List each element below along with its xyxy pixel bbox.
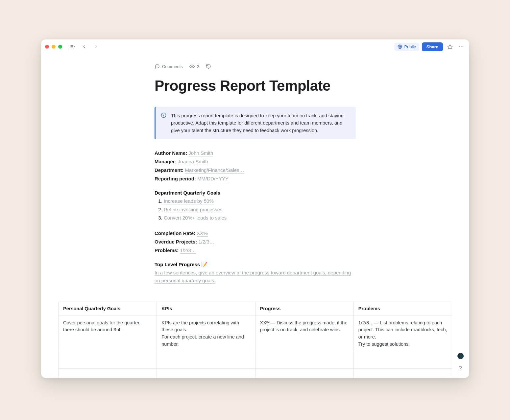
department-value: Marketing/Finance/Sales… — [185, 167, 244, 174]
cell-problems[interactable]: 1/2/3…— List problems relating to each p… — [353, 315, 452, 352]
th-goals[interactable]: Personal Quarterly Goals — [59, 302, 157, 315]
comment-icon — [155, 64, 160, 69]
problems-value: 1/2/3… — [180, 247, 196, 254]
completion-field[interactable]: Completion Rate: XX% Overdue Projects: 1… — [155, 229, 356, 254]
titlebar-left — [45, 42, 100, 51]
author-field[interactable]: Author Name: John Smith — [155, 149, 356, 157]
th-progress[interactable]: Progress — [255, 302, 353, 315]
info-icon — [161, 112, 166, 134]
public-label: Public — [404, 44, 416, 49]
table-row[interactable] — [59, 352, 452, 368]
goals-section[interactable]: Department Quarterly Goals Increase lead… — [155, 190, 356, 222]
svg-point-6 — [459, 46, 460, 47]
sidebar-toggle-button[interactable] — [68, 42, 77, 51]
department-field[interactable]: Department: Marketing/Finance/Sales… — [155, 166, 356, 174]
views-indicator[interactable]: 2 — [189, 64, 199, 69]
refresh-button[interactable] — [206, 64, 211, 69]
nav-back-button[interactable] — [80, 42, 88, 51]
overdue-value: 1/2/3… — [198, 239, 214, 245]
top-progress-placeholder: In a few sentences, give an overview of … — [155, 270, 351, 284]
cell-goals[interactable]: Cover personal goals for the quarter, th… — [59, 315, 157, 352]
window-controls — [45, 45, 62, 49]
globe-icon — [398, 44, 402, 49]
table-header-row: Personal Quarterly Goals KPIs Progress P… — [59, 302, 452, 315]
share-button[interactable]: Share — [422, 42, 443, 51]
world-clock-button[interactable]: 🌑 — [457, 352, 464, 360]
favorite-star-button[interactable] — [446, 42, 454, 51]
svg-point-9 — [191, 66, 193, 67]
top-progress-section[interactable]: Top Level Progress 📝 In a few sentences,… — [155, 262, 356, 285]
floating-actions: 🌑 ? — [457, 352, 464, 372]
svg-point-12 — [163, 114, 164, 114]
view-count: 2 — [197, 64, 199, 69]
period-value: MM/DD/YYYY — [197, 176, 229, 182]
manager-field[interactable]: Manager: Joanna Smith — [155, 158, 356, 166]
table-row[interactable] — [59, 368, 452, 378]
more-options-button[interactable] — [457, 42, 465, 51]
goal-item[interactable]: Convert 20%+ leads to sales — [164, 214, 356, 222]
goals-heading: Department Quarterly Goals — [155, 190, 356, 196]
progress-table-wrap: Personal Quarterly Goals KPIs Progress P… — [41, 302, 469, 378]
overdue-field[interactable]: Overdue Projects: 1/2/3… — [155, 238, 356, 246]
document-content: Comments 2 Progress Report Template This… — [41, 54, 469, 378]
cell-kpis[interactable]: KPIs are the projects correlating with t… — [157, 315, 255, 352]
svg-marker-5 — [448, 44, 452, 49]
titlebar-right: Public Share — [394, 42, 465, 51]
goal-item[interactable]: Increase leads by 50% — [164, 197, 356, 205]
comments-label: Comments — [162, 64, 183, 69]
nav-forward-button[interactable] — [92, 42, 100, 51]
th-kpis[interactable]: KPIs — [157, 302, 255, 315]
refresh-icon — [206, 64, 211, 69]
manager-value: Joanna Smith — [178, 159, 208, 165]
goal-item[interactable]: Refine invoicing processes — [164, 205, 356, 214]
minimize-window-button[interactable] — [52, 45, 56, 49]
table-row[interactable]: Cover personal goals for the quarter, th… — [59, 315, 452, 352]
close-window-button[interactable] — [45, 45, 49, 49]
help-button[interactable]: ? — [457, 365, 464, 372]
top-progress-heading: Top Level Progress 📝 — [155, 262, 356, 268]
reporting-period-field[interactable]: Reporting period: MM/DD/YYYY — [155, 175, 356, 183]
completion-value: XX% — [197, 230, 207, 237]
svg-point-8 — [462, 46, 463, 47]
cell-progress[interactable]: XX%— Discuss the progress made, if the p… — [255, 315, 353, 352]
document-window: Public Share Comments 2 — [41, 39, 469, 378]
document-body: Comments 2 Progress Report Template This… — [155, 64, 356, 285]
goals-list: Increase leads by 50% Refine invoicing p… — [155, 197, 356, 222]
page-title[interactable]: Progress Report Template — [155, 78, 356, 94]
doc-meta-row: Comments 2 — [155, 64, 356, 69]
svg-point-7 — [461, 46, 461, 47]
visibility-public-button[interactable]: Public — [394, 43, 419, 51]
callout-text: This progress report template is designe… — [171, 112, 349, 134]
info-callout[interactable]: This progress report template is designe… — [155, 107, 356, 139]
comments-button[interactable]: Comments — [155, 64, 183, 69]
progress-table[interactable]: Personal Quarterly Goals KPIs Progress P… — [58, 302, 452, 378]
maximize-window-button[interactable] — [58, 45, 62, 49]
eye-icon — [189, 64, 195, 69]
author-value: John Smith — [188, 150, 213, 156]
titlebar: Public Share — [41, 39, 469, 54]
problems-field[interactable]: Problems: 1/2/3… — [155, 246, 356, 254]
th-problems[interactable]: Problems — [353, 302, 452, 315]
